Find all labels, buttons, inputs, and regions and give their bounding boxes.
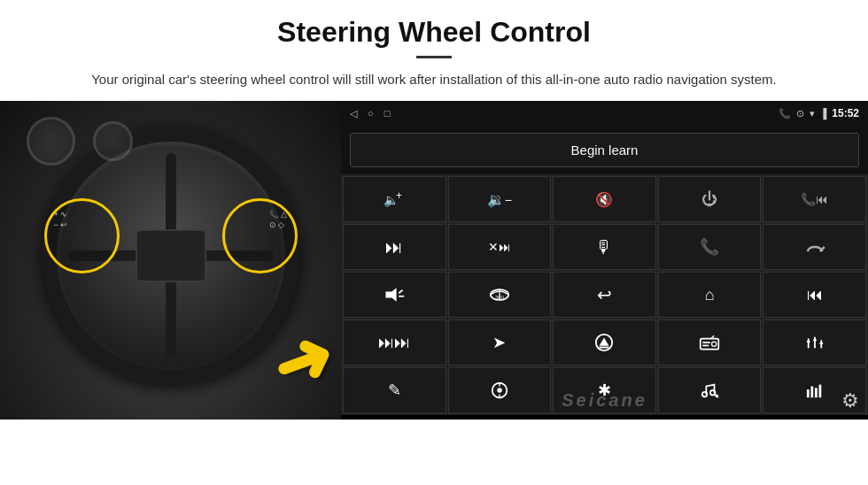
gauge-1 — [27, 117, 75, 166]
svg-rect-33 — [815, 388, 818, 397]
call-prev-button[interactable]: 📞⏮ — [763, 176, 866, 222]
svg-text:+: + — [396, 190, 402, 202]
signal-icon: ▐ — [820, 108, 827, 119]
title-divider — [416, 56, 452, 58]
settings-gear-icon[interactable]: ⚙ — [841, 389, 859, 412]
eq-adjust-button[interactable] — [763, 319, 866, 366]
dashboard-gauges — [27, 117, 133, 166]
svg-marker-3 — [386, 288, 397, 302]
status-left: ◁ ○ □ — [350, 108, 390, 119]
steering-wheel: + ∿ − ↩ 📞 △ ⊙ ◇ — [43, 127, 299, 384]
power-button[interactable]: ⏻ — [658, 176, 762, 222]
svg-rect-31 — [807, 389, 810, 397]
begin-learn-section: Begin learn — [341, 126, 868, 174]
rewind-button[interactable]: ⏮ — [763, 272, 866, 318]
back-nav-icon[interactable]: ◁ — [350, 108, 357, 119]
navigation-button[interactable]: ➤ — [448, 319, 552, 366]
vol-down-button[interactable]: 🔉− — [448, 176, 552, 222]
page-title: Steering Wheel Control — [53, 16, 815, 49]
svg-marker-10 — [600, 338, 609, 346]
steering-wheel-image: + ∿ − ↩ 📞 △ ⊙ ◇ ➜ — [0, 101, 341, 420]
svg-rect-34 — [818, 385, 821, 398]
next-track-button[interactable]: ⏭ — [343, 224, 446, 270]
back-button[interactable]: ↩ — [553, 272, 656, 318]
header-section: Steering Wheel Control Your original car… — [0, 0, 868, 101]
subtitle-text: Your original car's steering wheel contr… — [89, 69, 779, 90]
skip-ff-button[interactable]: ✕⏭ — [448, 224, 552, 270]
fast-forward-button[interactable]: ⏭⏭ — [343, 319, 446, 366]
svg-point-24 — [497, 388, 502, 393]
time-display: 15:52 — [832, 107, 859, 119]
home-button[interactable]: ⌂ — [658, 272, 762, 318]
svg-point-27 — [702, 392, 707, 396]
svg-text:360: 360 — [495, 295, 505, 300]
microphone-button[interactable]: 🎙 — [553, 224, 656, 270]
pen-button[interactable]: ✎ — [343, 367, 446, 413]
mute-button[interactable]: 🔇 — [553, 176, 656, 222]
svg-point-13 — [712, 342, 717, 346]
svg-rect-14 — [702, 342, 710, 343]
svg-line-4 — [399, 290, 402, 293]
content-area: + ∿ − ↩ 📞 △ ⊙ ◇ ➜ — [0, 101, 868, 420]
sw-hub — [136, 229, 206, 282]
home-nav-icon[interactable]: ○ — [368, 108, 374, 119]
location-icon: ⊙ — [796, 108, 804, 119]
gauge-2 — [93, 121, 133, 161]
radio-interface: ◁ ○ □ 📞 ⊙ ▾ ▐ 15:52 Begin learn — [341, 101, 868, 420]
recents-nav-icon[interactable]: □ — [384, 108, 391, 119]
radio-button[interactable] — [658, 319, 762, 366]
wifi-icon: ▾ — [810, 108, 815, 119]
controls-grid: 🔈+ 🔉− 🔇 ⏻ 📞⏮ ⏭ ✕⏭ — [341, 174, 868, 415]
eject-button[interactable] — [553, 319, 656, 366]
svg-point-28 — [710, 390, 715, 395]
status-right: 📞 ⊙ ▾ ▐ 15:52 — [779, 107, 860, 119]
music-settings-button[interactable] — [658, 367, 762, 413]
begin-learn-button[interactable]: Begin learn — [350, 133, 859, 167]
svg-rect-32 — [810, 386, 813, 397]
vol-up-button[interactable]: 🔈+ — [343, 176, 446, 222]
right-btn-circle: 📞 △ ⊙ ◇ — [222, 198, 298, 273]
phone-icon: 📞 — [779, 108, 791, 119]
page-wrapper: Steering Wheel Control Your original car… — [0, 0, 868, 420]
360-view-button[interactable]: 360 — [448, 272, 552, 318]
svg-rect-15 — [702, 345, 709, 347]
speaker-button[interactable] — [343, 272, 446, 318]
end-call-button[interactable] — [763, 224, 866, 270]
left-btn-circle: + ∿ − ↩ — [44, 198, 120, 273]
call-button[interactable]: 📞 — [658, 224, 762, 270]
bluetooth-button[interactable]: ✱ — [553, 367, 656, 413]
circle-dot-button[interactable] — [448, 367, 552, 413]
status-bar: ◁ ○ □ 📞 ⊙ ▾ ▐ 15:52 — [341, 101, 868, 126]
